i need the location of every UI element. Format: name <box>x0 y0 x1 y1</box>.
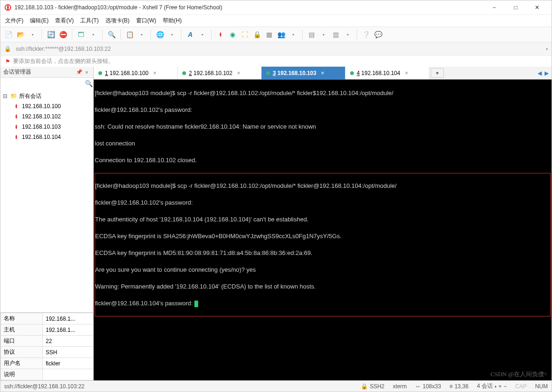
session-item[interactable]: 192.168.10.103 <box>1 122 92 132</box>
tab-next-icon[interactable]: ▶ <box>545 70 549 76</box>
menu-tools[interactable]: 工具(T) <box>80 17 98 25</box>
dropdown-icon[interactable]: ▾ <box>167 29 177 40</box>
terminal-line: The authenticity of host '192.168.10.104… <box>95 215 550 224</box>
lock-icon: 🔒 <box>361 383 368 390</box>
grid-icon[interactable]: ▤ <box>306 29 317 40</box>
pin-icon[interactable]: 📌 <box>76 69 83 75</box>
tab-num: 1 <box>105 70 108 76</box>
prop-val: fickler <box>43 358 93 369</box>
menu-edit[interactable]: 编辑(E) <box>30 17 48 25</box>
status-dot-icon <box>98 71 102 75</box>
reconnect-icon[interactable]: 🔄 <box>46 29 56 40</box>
tab-3[interactable]: 3 192.168.10.103× <box>262 67 345 79</box>
open-folder-icon[interactable]: 📂 <box>15 29 26 40</box>
session-icon <box>13 134 20 140</box>
minimize-button[interactable]: − <box>483 0 505 14</box>
new-session-icon[interactable]: 📄 <box>3 29 14 40</box>
tab-4[interactable]: 4 192.168.10.104× <box>345 67 429 79</box>
menu-help[interactable]: 帮助(H) <box>163 17 182 25</box>
tab-nav: ◀ ▶ <box>535 67 552 79</box>
dropdown-icon[interactable]: ▾ <box>88 29 98 40</box>
font-icon[interactable]: A <box>185 29 195 40</box>
menu-tabs[interactable]: 选项卡(B) <box>105 17 130 25</box>
menu-view[interactable]: 查看(V) <box>55 17 74 25</box>
tab-bar: 1 192.168.10.100× 2 192.168.10.102× 3 19… <box>94 67 552 80</box>
tab-close-icon[interactable]: × <box>405 70 408 76</box>
prop-key: 名称 <box>1 313 43 324</box>
search-icon[interactable]: 🔍 <box>106 29 117 40</box>
chevron-up-icon[interactable]: ▴ <box>495 384 497 388</box>
plus-icon[interactable]: + <box>498 383 502 390</box>
cursor <box>194 301 198 307</box>
session-item[interactable]: 192.168.10.102 <box>1 111 92 122</box>
xshell-icon[interactable] <box>215 29 226 40</box>
status-sessions: 4 会话 <box>477 382 493 390</box>
address-dropdown-icon[interactable]: ▾ <box>546 47 548 51</box>
sidebar-close-icon[interactable]: × <box>83 69 90 75</box>
list-icon[interactable]: ▥ <box>331 29 341 40</box>
status-cap: CAP <box>515 383 527 390</box>
collapse-icon[interactable]: ⊟ <box>2 93 8 99</box>
address-input[interactable] <box>14 45 543 53</box>
status-bar: ssh://fickler@192.168.10.103:22 🔒SSH2 xt… <box>0 380 552 392</box>
app-icon <box>4 4 12 11</box>
prop-val <box>43 369 93 380</box>
prop-val: SSH <box>43 347 93 358</box>
lock-icon[interactable]: 🔒 <box>252 29 262 40</box>
layout-icon[interactable]: ▦ <box>264 29 274 40</box>
toolbar: 📄 📂 ▾ 🔄 ⛔ 🗔 ▾ 🔍 📋 ▾ 🌐 ▾ A ▾ ◉ ⛶ 🔒 ▦ 👥 ▾ … <box>0 27 552 42</box>
prop-key: 协议 <box>1 347 43 358</box>
terminal-line: fickler@192.168.10.102's password: <box>95 199 550 207</box>
prop-val: 22 <box>43 336 93 347</box>
tab-close-icon[interactable]: × <box>237 70 240 76</box>
tab-close-icon[interactable]: × <box>321 70 324 76</box>
disconnect-icon[interactable]: ⛔ <box>58 29 68 40</box>
dropdown-icon[interactable]: ▾ <box>288 29 298 40</box>
tab-prev-icon[interactable]: ◀ <box>538 70 542 76</box>
session-item[interactable]: 192.168.10.100 <box>1 101 92 111</box>
terminal[interactable]: [fickler@hadoop103 module]$ scp -r fickl… <box>94 80 552 380</box>
menu-file[interactable]: 文件(F) <box>5 17 23 25</box>
maximize-button[interactable]: □ <box>505 0 526 14</box>
highlighted-block: [fickler@hadoop103 module]$ scp -r fickl… <box>95 173 551 316</box>
xftp-icon[interactable]: ◉ <box>228 29 238 40</box>
terminal-line: ECDSA key fingerprint is MD5:81:90:08:99… <box>95 249 550 257</box>
status-dot-icon <box>182 71 186 75</box>
dropdown-icon[interactable]: ▾ <box>28 29 38 40</box>
size-icon: ↔ <box>415 383 421 390</box>
session-item[interactable]: 192.168.10.104 <box>1 132 92 142</box>
search-icon[interactable]: 🔍 <box>85 80 93 87</box>
sidebar-title: 会话管理器 <box>3 68 76 76</box>
minus-icon[interactable]: − <box>504 383 507 390</box>
users-icon[interactable]: 👥 <box>276 29 286 40</box>
terminal-line: fickler@192.168.10.102's password: <box>95 106 551 114</box>
tab-label: 192.168.10.102 <box>193 70 232 76</box>
sidebar-search-input[interactable] <box>2 79 85 88</box>
globe-icon[interactable]: 🌐 <box>155 29 165 40</box>
close-button[interactable]: ✕ <box>526 0 548 14</box>
dropdown-icon[interactable]: ▾ <box>197 29 207 40</box>
dropdown-icon[interactable]: ▾ <box>318 29 329 40</box>
flag-icon[interactable]: ⚑ <box>5 58 10 65</box>
help-icon[interactable]: ❔ <box>361 29 371 40</box>
tree-root-label: 所有会话 <box>19 92 41 100</box>
copy-icon[interactable]: 📋 <box>124 29 135 40</box>
terminal-line: lost connection <box>95 139 551 148</box>
hint-text: 要添加当前会话，点击左侧的箭头按钮。 <box>13 57 114 65</box>
tab-1[interactable]: 1 192.168.10.100× <box>94 67 178 79</box>
tree-root[interactable]: ⊟ 📁 所有会话 <box>1 91 92 101</box>
tab-2[interactable]: 2 192.168.10.102× <box>178 67 262 79</box>
session-icon <box>13 103 20 110</box>
expand-icon[interactable]: ⛶ <box>240 29 250 40</box>
properties-icon[interactable]: 🗔 <box>76 29 86 40</box>
hint-bar: ⚑ 要添加当前会话，点击左侧的箭头按钮。 <box>0 55 552 67</box>
dropdown-icon[interactable]: ▾ <box>137 29 147 40</box>
chat-icon[interactable]: 💬 <box>373 29 383 40</box>
dropdown-icon[interactable]: ▾ <box>343 29 353 40</box>
tab-close-icon[interactable]: × <box>153 70 156 76</box>
tab-add-button[interactable]: + <box>431 68 444 78</box>
terminal-line: Warning: Permanently added '192.168.10.1… <box>95 282 550 291</box>
menu-window[interactable]: 窗口(W) <box>136 17 156 25</box>
menubar: 文件(F) 编辑(E) 查看(V) 工具(T) 选项卡(B) 窗口(W) 帮助(… <box>0 14 552 27</box>
status-num: NUM <box>535 383 548 390</box>
